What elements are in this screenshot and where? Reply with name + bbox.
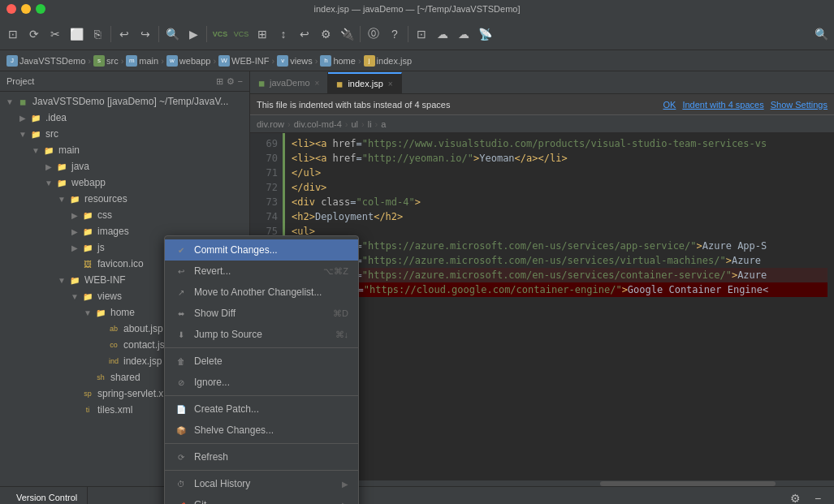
toolbar-btn-2[interactable]: ⟳ xyxy=(24,24,44,44)
editor-bc-divcolmd4[interactable]: div.col-md-4 xyxy=(294,119,342,129)
breadcrumb-item-webinf[interactable]: W WEB-INF xyxy=(218,55,269,67)
sidebar-icon-2[interactable]: ⚙ xyxy=(227,76,235,87)
toolbar-extra-9[interactable]: ☁ xyxy=(433,24,452,44)
tree-arrow-js: ▶ xyxy=(68,243,81,252)
toolbar-extra-5[interactable]: 🔌 xyxy=(337,24,357,44)
tab-close-indexjsp[interactable]: × xyxy=(388,80,393,88)
toolbar-btn-4[interactable]: ⬜ xyxy=(67,24,86,44)
tree-label-java: java xyxy=(71,161,89,172)
ok-link[interactable]: OK xyxy=(663,100,676,110)
menu-item-refresh-left: ⟳ Refresh xyxy=(175,450,228,463)
run-button[interactable]: ▶ xyxy=(184,24,203,44)
menu-item-refresh[interactable]: ⟳ Refresh xyxy=(165,446,358,467)
maximize-button[interactable] xyxy=(36,4,45,14)
menu-item-git[interactable]: ⎇ Git ▶ xyxy=(165,494,358,504)
search-everywhere-button[interactable]: 🔍 xyxy=(811,24,831,44)
menu-item-commit[interactable]: ✔ Commit Changes... xyxy=(165,239,358,261)
breadcrumb-item-home[interactable]: h home xyxy=(320,55,356,67)
menu-sep-3 xyxy=(165,443,358,444)
editor-bc-ul[interactable]: ul xyxy=(351,119,358,129)
menu-item-localhistory-left: ⏱ Local History xyxy=(175,477,250,490)
show-settings-link[interactable]: Show Settings xyxy=(771,100,828,110)
editor-bc-a[interactable]: a xyxy=(381,119,386,129)
indent-link[interactable]: Indent with 4 spaces xyxy=(682,100,763,110)
toolbar-btn-3[interactable]: ✂ xyxy=(45,24,65,44)
tree-item-src[interactable]: ▼ 📁 src xyxy=(0,126,249,142)
menu-label-shelve: Shelve Changes... xyxy=(194,424,274,436)
tree-item-webapp[interactable]: ▼ 📁 webapp xyxy=(0,174,249,191)
editor-bc-divrow[interactable]: div.row xyxy=(257,119,284,129)
tab-icon-javademo: ◼ xyxy=(258,79,265,88)
tree-item-resources[interactable]: ▼ 📁 resources xyxy=(0,191,249,207)
tree-item-java[interactable]: ▶ 📁 java xyxy=(0,158,249,174)
menu-item-jumptosource[interactable]: ⬇ Jump to Source ⌘↓ xyxy=(165,324,358,345)
menu-label-createpatch: Create Patch... xyxy=(194,403,259,415)
tree-label-favicon: favicon.ico xyxy=(97,258,144,269)
window-title: index.jsp — javaDemo — [~/Temp/JavaVSTSD… xyxy=(313,4,520,14)
menu-arrow-localhistory: ▶ xyxy=(342,480,348,489)
redo-button[interactable]: ↪ xyxy=(136,24,155,44)
toolbar-extra-4[interactable]: ⚙ xyxy=(316,24,335,44)
toolbar-extra-11[interactable]: 📡 xyxy=(475,24,495,44)
sidebar-icon-3[interactable]: − xyxy=(238,76,243,87)
search-button[interactable]: 🔍 xyxy=(162,24,182,44)
menu-item-revert[interactable]: ↩ Revert... ⌥⌘Z xyxy=(165,261,358,282)
menu-item-move[interactable]: ↗ Move to Another Changelist... xyxy=(165,282,358,303)
menu-item-commit-left: ✔ Commit Changes... xyxy=(175,243,278,256)
folder-icon-webinf-tree: 📁 xyxy=(68,274,81,286)
editor-bc-li[interactable]: li xyxy=(368,119,372,129)
code-content[interactable]: <li><a href="https://www.visualstudio.co… xyxy=(285,133,834,480)
tree-label-index: index.jsp xyxy=(123,355,162,367)
tab-label-indexjsp: index.jsp xyxy=(348,79,382,88)
toolbar-extra-10[interactable]: ☁ xyxy=(454,24,473,44)
commit-icon: ✔ xyxy=(175,243,188,256)
tab-close-javademo[interactable]: × xyxy=(315,79,320,88)
folder-icon-resources: 📁 xyxy=(68,192,81,205)
indent-info-bar: This file is indented with tabs instead … xyxy=(250,94,834,115)
menu-sep-2 xyxy=(165,395,358,396)
vcs-button[interactable]: VCS xyxy=(210,24,230,44)
bottom-panel: Version Control ⚙ − ⟳ ↩ VCS ↑ Version Co… xyxy=(0,486,834,504)
breadcrumb-item-indexjsp[interactable]: j index.jsp xyxy=(364,55,412,67)
tree-arrow-images: ▶ xyxy=(68,227,81,236)
toolbar-btn-1[interactable]: ⊡ xyxy=(3,24,23,44)
toolbar-extra-2[interactable]: ↕ xyxy=(274,24,293,44)
toolbar-extra-6[interactable]: ⓪ xyxy=(364,24,383,44)
tree-item-root[interactable]: ▼ ◼ JavaVSTSDemo [javaDemo] ~/Temp/JavaV… xyxy=(0,93,249,110)
menu-item-shelve[interactable]: 📦 Shelve Changes... xyxy=(165,420,358,441)
breadcrumb-item-main[interactable]: m main xyxy=(126,55,158,67)
undo-button[interactable]: ↩ xyxy=(115,24,134,44)
minimize-button[interactable] xyxy=(21,4,31,14)
toolbar-extra-7[interactable]: ? xyxy=(385,24,404,44)
breadcrumb-item-src[interactable]: s src xyxy=(93,55,119,67)
tree-item-idea[interactable]: ▶ 📁 .idea xyxy=(0,110,249,126)
source-icon: ⬇ xyxy=(175,328,188,341)
breadcrumb-item-javavstsdemo[interactable]: J JavaVSTSDemo xyxy=(6,55,85,67)
menu-item-createpatch[interactable]: 📄 Create Patch... xyxy=(165,398,358,420)
breadcrumb-item-webapp[interactable]: w webapp xyxy=(166,55,211,67)
menu-sep-4 xyxy=(165,470,358,471)
breadcrumb-item-views[interactable]: v views xyxy=(277,55,313,67)
close-button[interactable] xyxy=(6,4,16,14)
vc-close-button[interactable]: − xyxy=(808,489,828,505)
tree-arrow-views: ▼ xyxy=(68,292,81,301)
tree-item-css[interactable]: ▶ 📁 css xyxy=(0,207,249,223)
toolbar-btn-5[interactable]: ⎘ xyxy=(88,24,107,44)
menu-item-delete[interactable]: 🗑 Delete xyxy=(165,351,358,372)
sidebar-icon-1[interactable]: ⊞ xyxy=(216,76,223,87)
menu-item-shelve-left: 📦 Shelve Changes... xyxy=(175,424,274,437)
toolbar-extra-8[interactable]: ⊡ xyxy=(412,24,431,44)
tab-indexjsp[interactable]: ◼ index.jsp × xyxy=(328,72,401,93)
folder-icon-home: h xyxy=(320,55,331,67)
menu-item-ignore[interactable]: ⊘ Ignore... xyxy=(165,372,358,393)
menu-item-localhistory[interactable]: ⏱ Local History ▶ xyxy=(165,473,358,494)
tab-version-control[interactable]: Version Control xyxy=(6,487,88,505)
tab-javademo[interactable]: ◼ javaDemo × xyxy=(250,72,328,93)
tab-icon-indexjsp: ◼ xyxy=(336,80,343,88)
vc-settings-button[interactable]: ⚙ xyxy=(785,489,805,505)
vcs2-button[interactable]: VCS xyxy=(231,24,251,44)
toolbar-extra-1[interactable]: ⊞ xyxy=(253,24,272,44)
menu-item-showdiff[interactable]: ⬌ Show Diff ⌘D xyxy=(165,303,358,324)
toolbar-extra-3[interactable]: ↩ xyxy=(295,24,314,44)
tree-item-main[interactable]: ▼ 📁 main xyxy=(0,142,249,158)
